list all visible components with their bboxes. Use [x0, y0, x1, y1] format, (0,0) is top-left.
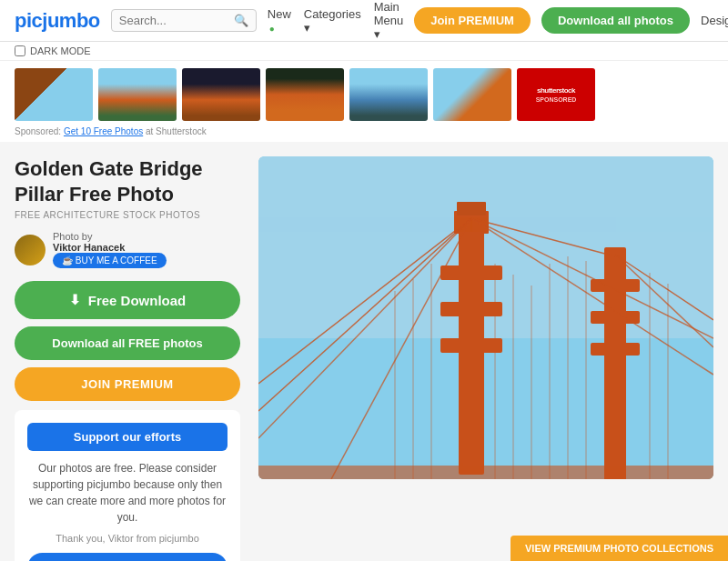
shutterstock-sponsored: SPONSORED	[536, 96, 577, 103]
download-free-photos-button[interactable]: Download all FREE photos	[15, 326, 240, 360]
header: picjumbo 🔍 New ● Categories ▾ Main Menu …	[0, 0, 728, 42]
main-photo[interactable]	[258, 156, 713, 479]
author-name: Viktor Hanacek	[53, 242, 167, 253]
svg-rect-5	[440, 338, 502, 353]
buy-coffee-button[interactable]: ☕ BUY ME A COFFEE	[53, 253, 167, 268]
shutterstock-link[interactable]: Get 10 Free Photos	[64, 126, 143, 136]
bottom-cta-button[interactable]: VIEW PREMIUM PHOTO COLLECTIONS	[511, 536, 728, 561]
thumbnail-3[interactable]	[182, 68, 260, 121]
thumbnail-1[interactable]	[15, 68, 93, 121]
action-buttons: ⬇ Free Download Download all FREE photos…	[15, 281, 240, 401]
support-title[interactable]: Support our efforts	[27, 423, 228, 451]
nav-links: New ● Categories ▾ Main Menu ▾	[268, 0, 403, 41]
support-body: Our photos are free. Please consider sup…	[27, 460, 228, 526]
author-row: Photo by Viktor Hanacek ☕ BUY ME A COFFE…	[15, 231, 240, 268]
author-avatar	[15, 235, 46, 265]
download-all-button[interactable]: Download all photos	[541, 7, 690, 34]
author-info: Photo by Viktor Hanacek ☕ BUY ME A COFFE…	[53, 231, 167, 268]
svg-rect-3	[440, 265, 502, 280]
support-thanks: Thank you, Viktor from picjumbo	[27, 533, 228, 544]
thumbnail-5[interactable]	[349, 68, 428, 121]
left-panel: Golden Gate Bridge Pillar Free Photo FRE…	[15, 156, 240, 561]
dark-mode-toggle[interactable]	[15, 45, 25, 56]
photo-category: FREE ARCHITECTURE STOCK PHOTOS	[15, 210, 240, 220]
main-content: Golden Gate Bridge Pillar Free Photo FRE…	[0, 142, 728, 561]
search-bar: 🔍	[111, 9, 257, 32]
right-panel	[258, 156, 713, 561]
search-icon: 🔍	[234, 14, 248, 27]
nav-categories[interactable]: Categories ▾	[304, 7, 361, 35]
support-picjumbo-button[interactable]: Support picjumbo ♥	[27, 553, 228, 561]
new-dot: ●	[269, 24, 275, 34]
dark-mode-bar: DARK MODE	[0, 42, 728, 61]
join-premium-button[interactable]: Join PREMIUM	[414, 7, 531, 34]
shutterstock-banner[interactable]: shutterstock SPONSORED	[517, 68, 595, 121]
free-download-label: Free Download	[88, 293, 187, 308]
nav-main-menu[interactable]: Main Menu ▾	[374, 0, 404, 41]
logo[interactable]: picjumbo	[15, 9, 100, 33]
nav-new[interactable]: New ●	[268, 7, 291, 35]
svg-rect-32	[258, 466, 713, 479]
photo-title: Golden Gate Bridge Pillar Free Photo	[15, 156, 240, 206]
svg-rect-7	[457, 202, 486, 215]
design-resources-link[interactable]: Design Resources	[701, 14, 728, 27]
svg-rect-11	[591, 343, 640, 356]
free-download-button[interactable]: ⬇ Free Download	[15, 281, 240, 319]
support-box: Support our efforts Our photos are free.…	[15, 410, 240, 561]
join-premium-big-button[interactable]: JOIN PREMIUM	[15, 367, 240, 401]
svg-rect-4	[440, 302, 502, 316]
sponsored-bar: Sponsored: Get 10 Free Photos at Shutter…	[0, 125, 728, 142]
author-prefix: Photo by	[53, 231, 167, 242]
shutterstock-label: shutterstock	[537, 86, 575, 95]
thumbnail-4[interactable]	[266, 68, 344, 121]
download-icon: ⬇	[69, 292, 81, 308]
search-input[interactable]	[119, 14, 228, 27]
bridge-svg	[258, 156, 713, 479]
thumbnail-2[interactable]	[98, 68, 177, 121]
thumbnail-strip: shutterstock SPONSORED	[0, 61, 728, 125]
dark-mode-label: DARK MODE	[30, 45, 91, 56]
thumbnail-6[interactable]	[433, 68, 511, 121]
